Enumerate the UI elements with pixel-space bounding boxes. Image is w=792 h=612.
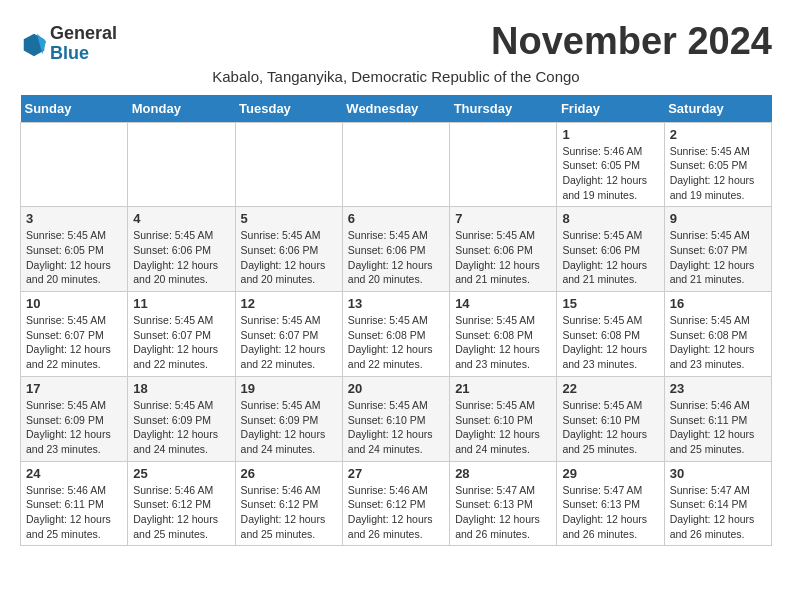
day-number: 3 — [26, 211, 122, 226]
calendar-body: 1Sunrise: 5:46 AM Sunset: 6:05 PM Daylig… — [21, 122, 772, 546]
day-info: Sunrise: 5:45 AM Sunset: 6:07 PM Dayligh… — [670, 228, 766, 287]
calendar-week-2: 3Sunrise: 5:45 AM Sunset: 6:05 PM Daylig… — [21, 207, 772, 292]
day-info: Sunrise: 5:47 AM Sunset: 6:13 PM Dayligh… — [455, 483, 551, 542]
day-number: 4 — [133, 211, 229, 226]
header-sunday: Sunday — [21, 95, 128, 123]
calendar-week-5: 24Sunrise: 5:46 AM Sunset: 6:11 PM Dayli… — [21, 461, 772, 546]
day-info: Sunrise: 5:45 AM Sunset: 6:08 PM Dayligh… — [670, 313, 766, 372]
logo-icon — [20, 30, 48, 58]
logo-text: General Blue — [50, 24, 117, 64]
day-number: 29 — [562, 466, 658, 481]
day-number: 24 — [26, 466, 122, 481]
calendar-cell-w3-d6: 15Sunrise: 5:45 AM Sunset: 6:08 PM Dayli… — [557, 292, 664, 377]
day-info: Sunrise: 5:45 AM Sunset: 6:06 PM Dayligh… — [562, 228, 658, 287]
calendar-cell-w5-d3: 26Sunrise: 5:46 AM Sunset: 6:12 PM Dayli… — [235, 461, 342, 546]
day-info: Sunrise: 5:47 AM Sunset: 6:13 PM Dayligh… — [562, 483, 658, 542]
day-number: 28 — [455, 466, 551, 481]
day-number: 13 — [348, 296, 444, 311]
calendar-cell-w1-d6: 1Sunrise: 5:46 AM Sunset: 6:05 PM Daylig… — [557, 122, 664, 207]
day-info: Sunrise: 5:46 AM Sunset: 6:11 PM Dayligh… — [670, 398, 766, 457]
day-info: Sunrise: 5:45 AM Sunset: 6:10 PM Dayligh… — [455, 398, 551, 457]
calendar-cell-w3-d5: 14Sunrise: 5:45 AM Sunset: 6:08 PM Dayli… — [450, 292, 557, 377]
day-number: 2 — [670, 127, 766, 142]
calendar-cell-w1-d5 — [450, 122, 557, 207]
day-info: Sunrise: 5:46 AM Sunset: 6:12 PM Dayligh… — [241, 483, 337, 542]
calendar-cell-w5-d5: 28Sunrise: 5:47 AM Sunset: 6:13 PM Dayli… — [450, 461, 557, 546]
day-number: 26 — [241, 466, 337, 481]
day-number: 1 — [562, 127, 658, 142]
day-info: Sunrise: 5:45 AM Sunset: 6:09 PM Dayligh… — [133, 398, 229, 457]
header-saturday: Saturday — [664, 95, 771, 123]
day-number: 30 — [670, 466, 766, 481]
calendar-cell-w1-d3 — [235, 122, 342, 207]
calendar-week-4: 17Sunrise: 5:45 AM Sunset: 6:09 PM Dayli… — [21, 376, 772, 461]
header-wednesday: Wednesday — [342, 95, 449, 123]
day-info: Sunrise: 5:45 AM Sunset: 6:07 PM Dayligh… — [133, 313, 229, 372]
calendar-cell-w4-d1: 17Sunrise: 5:45 AM Sunset: 6:09 PM Dayli… — [21, 376, 128, 461]
day-number: 9 — [670, 211, 766, 226]
day-number: 14 — [455, 296, 551, 311]
logo-blue: Blue — [50, 44, 117, 64]
day-info: Sunrise: 5:45 AM Sunset: 6:06 PM Dayligh… — [348, 228, 444, 287]
day-number: 23 — [670, 381, 766, 396]
calendar-cell-w3-d7: 16Sunrise: 5:45 AM Sunset: 6:08 PM Dayli… — [664, 292, 771, 377]
logo-general: General — [50, 24, 117, 44]
day-info: Sunrise: 5:45 AM Sunset: 6:08 PM Dayligh… — [562, 313, 658, 372]
day-info: Sunrise: 5:45 AM Sunset: 6:07 PM Dayligh… — [26, 313, 122, 372]
calendar-cell-w2-d3: 5Sunrise: 5:45 AM Sunset: 6:06 PM Daylig… — [235, 207, 342, 292]
calendar-week-3: 10Sunrise: 5:45 AM Sunset: 6:07 PM Dayli… — [21, 292, 772, 377]
calendar-cell-w2-d1: 3Sunrise: 5:45 AM Sunset: 6:05 PM Daylig… — [21, 207, 128, 292]
calendar-cell-w2-d4: 6Sunrise: 5:45 AM Sunset: 6:06 PM Daylig… — [342, 207, 449, 292]
day-number: 19 — [241, 381, 337, 396]
day-info: Sunrise: 5:46 AM Sunset: 6:12 PM Dayligh… — [133, 483, 229, 542]
day-number: 15 — [562, 296, 658, 311]
day-number: 8 — [562, 211, 658, 226]
day-number: 11 — [133, 296, 229, 311]
calendar-cell-w3-d1: 10Sunrise: 5:45 AM Sunset: 6:07 PM Dayli… — [21, 292, 128, 377]
day-info: Sunrise: 5:45 AM Sunset: 6:06 PM Dayligh… — [133, 228, 229, 287]
day-number: 22 — [562, 381, 658, 396]
day-number: 27 — [348, 466, 444, 481]
day-number: 5 — [241, 211, 337, 226]
day-number: 10 — [26, 296, 122, 311]
calendar-cell-w2-d7: 9Sunrise: 5:45 AM Sunset: 6:07 PM Daylig… — [664, 207, 771, 292]
day-info: Sunrise: 5:45 AM Sunset: 6:10 PM Dayligh… — [348, 398, 444, 457]
calendar-cell-w4-d2: 18Sunrise: 5:45 AM Sunset: 6:09 PM Dayli… — [128, 376, 235, 461]
day-info: Sunrise: 5:45 AM Sunset: 6:08 PM Dayligh… — [455, 313, 551, 372]
calendar-cell-w5-d2: 25Sunrise: 5:46 AM Sunset: 6:12 PM Dayli… — [128, 461, 235, 546]
month-title: November 2024 — [491, 20, 772, 63]
calendar-cell-w3-d4: 13Sunrise: 5:45 AM Sunset: 6:08 PM Dayli… — [342, 292, 449, 377]
logo: General Blue — [20, 24, 117, 64]
day-info: Sunrise: 5:45 AM Sunset: 6:10 PM Dayligh… — [562, 398, 658, 457]
calendar-cell-w1-d4 — [342, 122, 449, 207]
calendar-week-1: 1Sunrise: 5:46 AM Sunset: 6:05 PM Daylig… — [21, 122, 772, 207]
calendar-cell-w5-d1: 24Sunrise: 5:46 AM Sunset: 6:11 PM Dayli… — [21, 461, 128, 546]
day-info: Sunrise: 5:47 AM Sunset: 6:14 PM Dayligh… — [670, 483, 766, 542]
calendar-cell-w2-d2: 4Sunrise: 5:45 AM Sunset: 6:06 PM Daylig… — [128, 207, 235, 292]
calendar-cell-w1-d7: 2Sunrise: 5:45 AM Sunset: 6:05 PM Daylig… — [664, 122, 771, 207]
calendar-cell-w3-d2: 11Sunrise: 5:45 AM Sunset: 6:07 PM Dayli… — [128, 292, 235, 377]
day-number: 17 — [26, 381, 122, 396]
day-number: 25 — [133, 466, 229, 481]
day-info: Sunrise: 5:45 AM Sunset: 6:08 PM Dayligh… — [348, 313, 444, 372]
day-info: Sunrise: 5:45 AM Sunset: 6:07 PM Dayligh… — [241, 313, 337, 372]
calendar-cell-w2-d5: 7Sunrise: 5:45 AM Sunset: 6:06 PM Daylig… — [450, 207, 557, 292]
header-monday: Monday — [128, 95, 235, 123]
calendar-cell-w1-d1 — [21, 122, 128, 207]
calendar-cell-w5-d7: 30Sunrise: 5:47 AM Sunset: 6:14 PM Dayli… — [664, 461, 771, 546]
day-info: Sunrise: 5:45 AM Sunset: 6:09 PM Dayligh… — [26, 398, 122, 457]
day-info: Sunrise: 5:46 AM Sunset: 6:12 PM Dayligh… — [348, 483, 444, 542]
calendar-cell-w5-d4: 27Sunrise: 5:46 AM Sunset: 6:12 PM Dayli… — [342, 461, 449, 546]
day-number: 6 — [348, 211, 444, 226]
calendar-cell-w4-d5: 21Sunrise: 5:45 AM Sunset: 6:10 PM Dayli… — [450, 376, 557, 461]
header-thursday: Thursday — [450, 95, 557, 123]
calendar-subtitle: Kabalo, Tanganyika, Democratic Republic … — [20, 68, 772, 85]
day-info: Sunrise: 5:45 AM Sunset: 6:05 PM Dayligh… — [26, 228, 122, 287]
calendar-cell-w4-d6: 22Sunrise: 5:45 AM Sunset: 6:10 PM Dayli… — [557, 376, 664, 461]
day-info: Sunrise: 5:45 AM Sunset: 6:05 PM Dayligh… — [670, 144, 766, 203]
header-row: Sunday Monday Tuesday Wednesday Thursday… — [21, 95, 772, 123]
day-info: Sunrise: 5:45 AM Sunset: 6:06 PM Dayligh… — [455, 228, 551, 287]
day-info: Sunrise: 5:45 AM Sunset: 6:06 PM Dayligh… — [241, 228, 337, 287]
calendar-header: Sunday Monday Tuesday Wednesday Thursday… — [21, 95, 772, 123]
calendar-cell-w2-d6: 8Sunrise: 5:45 AM Sunset: 6:06 PM Daylig… — [557, 207, 664, 292]
